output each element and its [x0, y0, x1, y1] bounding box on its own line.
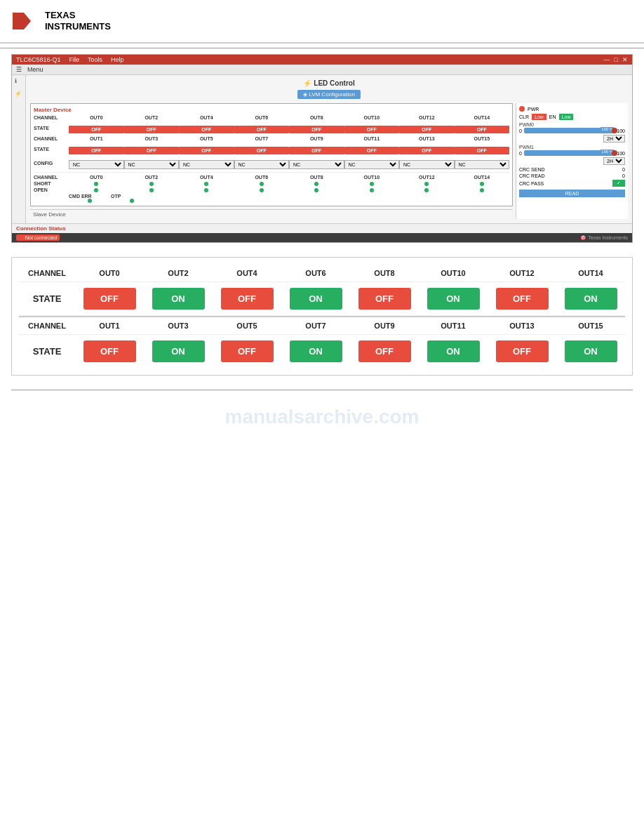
hamburger-icon[interactable]: ☰: [16, 66, 22, 73]
sidebar-icon-info[interactable]: ℹ: [15, 78, 23, 86]
large-out5-header: OUT5: [213, 322, 281, 330]
large-state-out6-btn[interactable]: ON: [290, 288, 342, 310]
crc-read-value: 0: [622, 173, 625, 178]
pwm0-max: 100: [617, 128, 625, 133]
en-btn[interactable]: Low: [559, 114, 574, 120]
large-state-out13-btn[interactable]: OFF: [496, 340, 549, 362]
state-out13-btn[interactable]: OFF: [399, 147, 455, 154]
large-out15-header: OUT15: [556, 322, 625, 330]
pwm0-freq-row: 2H: [519, 135, 625, 143]
ch-out11: OUT11: [344, 136, 400, 141]
ch-out13: OUT13: [399, 136, 455, 141]
pwm1-freq-select[interactable]: 2H: [603, 157, 625, 165]
connection-badge: Not connected: [16, 234, 60, 241]
config-out2[interactable]: NC: [124, 160, 180, 169]
state-out1-btn[interactable]: OFF: [69, 147, 124, 154]
large-state-out9-btn[interactable]: OFF: [358, 340, 411, 362]
read-button[interactable]: READ: [519, 190, 625, 197]
large-state-out1-btn[interactable]: OFF: [83, 340, 136, 362]
large-state-label-even: STATE: [19, 293, 75, 304]
state-out15-btn[interactable]: OFF: [455, 147, 510, 154]
crc-pass-btn[interactable]: ✓: [612, 180, 625, 187]
large-state-out15-btn[interactable]: ON: [565, 340, 617, 362]
large-state-out14-btn[interactable]: ON: [565, 288, 617, 310]
large-out14-header: OUT14: [556, 269, 625, 277]
state-out0-btn[interactable]: OFF: [69, 126, 124, 133]
pwr-row: PWR: [519, 106, 625, 112]
config-out6[interactable]: NC: [234, 160, 290, 169]
large-state-out7-btn[interactable]: ON: [290, 340, 342, 362]
sidebar-icon-power[interactable]: ⚡: [15, 91, 23, 99]
crc-pass-row: CRC PASS ✓: [519, 180, 625, 187]
large-out6-header: OUT6: [281, 269, 350, 277]
config-out4[interactable]: NC: [179, 160, 234, 169]
large-out12-header: OUT12: [488, 269, 556, 277]
large-out10-header: OUT10: [419, 269, 488, 277]
large-state-out0-btn[interactable]: OFF: [83, 288, 136, 310]
large-out2-header: OUT2: [144, 269, 213, 277]
svg-rect-0: [13, 13, 24, 29]
large-state-out10-btn[interactable]: ON: [427, 288, 480, 310]
state-label-odd: STATE: [34, 147, 69, 152]
crc-pass-label: CRC PASS: [519, 181, 544, 186]
state-out11-btn[interactable]: OFF: [344, 147, 400, 154]
otp-dot: [130, 199, 134, 203]
crc-send-label: CRC SEND: [519, 167, 545, 172]
lvm-config-button[interactable]: ◈ LVM Configuration: [297, 90, 361, 99]
crc-send-row: CRC SEND 0: [519, 167, 625, 172]
menu-help[interactable]: Help: [111, 56, 124, 63]
ch-out2: OUT2: [124, 115, 180, 120]
lvm-config-section: ◈ LVM Configuration: [30, 90, 628, 99]
config-row: CONFIG NC NC NC NC NC NC NC NC: [34, 157, 509, 169]
large-state-out2-btn[interactable]: ON: [152, 288, 205, 310]
large-state-out12-btn[interactable]: OFF: [496, 288, 549, 310]
menu-file[interactable]: File: [69, 56, 80, 63]
large-state-out4-btn[interactable]: OFF: [221, 288, 274, 310]
large-state-out3-btn[interactable]: ON: [152, 340, 205, 362]
crc-read-label: CRC READ: [519, 173, 545, 178]
large-out9-header: OUT9: [350, 322, 419, 330]
master-device-label: Master Device: [34, 107, 509, 113]
state-out7-btn[interactable]: OFF: [234, 147, 290, 154]
large-channel-label-even: CHANNEL: [19, 269, 75, 277]
state-out8-btn[interactable]: OFF: [289, 126, 344, 133]
window-close[interactable]: ✕: [622, 56, 628, 63]
state-out9-btn[interactable]: OFF: [289, 147, 344, 154]
diagnostics-section: CHANNEL OUT0 OUT2 OUT4 OUT6 OUT8 OUT10 O…: [34, 172, 509, 203]
pwr-indicator: [519, 106, 525, 112]
state-out2-btn[interactable]: OFF: [124, 126, 180, 133]
pwm0-freq-select[interactable]: 2H: [603, 135, 625, 143]
state-row-odd: STATE OFF OFF OFF OFF OFF OFF OFF OFF: [34, 143, 509, 155]
ch-out6: OUT6: [234, 115, 290, 120]
window-minimize[interactable]: —: [604, 56, 610, 63]
config-out12[interactable]: NC: [399, 160, 455, 169]
state-out6-btn[interactable]: OFF: [234, 126, 290, 133]
ch-out5: OUT5: [179, 136, 234, 141]
ch-out9: OUT9: [289, 136, 344, 141]
open-dot-4: [204, 188, 208, 192]
large-state-out11-btn[interactable]: ON: [427, 340, 480, 362]
master-device-section: Master Device CHANNEL OUT0 OUT2 OUT4 OUT…: [30, 103, 513, 206]
clr-label: CLR: [519, 114, 529, 119]
menu-tools[interactable]: Tools: [88, 56, 102, 63]
state-out5-btn[interactable]: OFF: [179, 147, 234, 154]
app-titlebar: TLC6C5816-Q1 File Tools Help — □ ✕: [12, 55, 632, 65]
config-out0[interactable]: NC: [69, 160, 124, 169]
large-out8-header: OUT8: [350, 269, 419, 277]
state-out4-btn[interactable]: OFF: [179, 126, 234, 133]
state-out3-btn[interactable]: OFF: [124, 147, 180, 154]
app-body: ℹ ⚡ ⚡ LED Control ◈ LVM Configuration: [12, 75, 632, 242]
short-label: SHORT: [34, 181, 69, 186]
config-out8[interactable]: NC: [289, 160, 344, 169]
state-out14-btn[interactable]: OFF: [455, 126, 510, 133]
state-out10-btn[interactable]: OFF: [344, 126, 400, 133]
clr-btn[interactable]: Low: [532, 114, 546, 120]
state-out12-btn[interactable]: OFF: [399, 126, 455, 133]
large-state-out5-btn[interactable]: OFF: [221, 340, 274, 362]
large-state-out8-btn[interactable]: OFF: [358, 288, 411, 310]
pwm1-max: 100: [617, 151, 625, 156]
window-maximize[interactable]: □: [615, 56, 618, 63]
config-out10[interactable]: NC: [344, 160, 400, 169]
channel-row-even-header: CHANNEL OUT0 OUT2 OUT4 OUT6 OUT8 OUT10 O…: [34, 115, 509, 120]
config-out14[interactable]: NC: [455, 160, 510, 169]
